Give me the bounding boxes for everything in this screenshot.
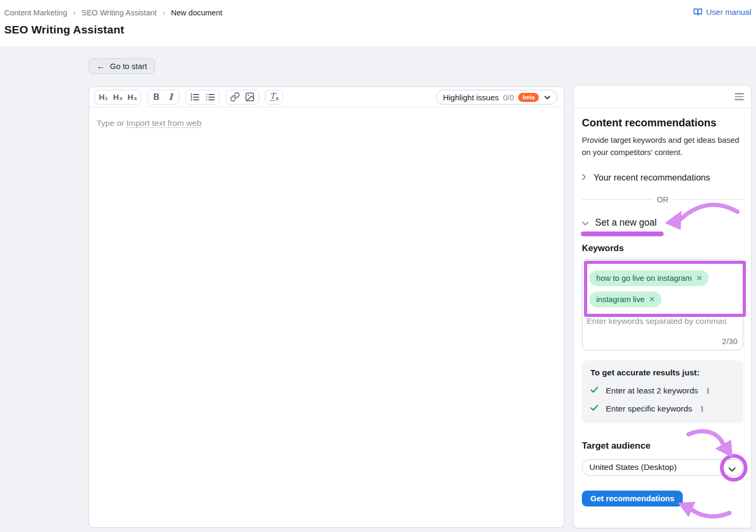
chevron-down-icon[interactable] <box>728 465 736 474</box>
breadcrumb-seo-writing-assistant[interactable]: SEO Writing Assistant <box>81 8 157 17</box>
clear-formatting-button[interactable]: Tx <box>267 91 281 104</box>
user-manual-label: User manual <box>706 7 751 16</box>
recent-recommendations-toggle[interactable]: Your recent recommendations <box>582 173 743 183</box>
breadcrumb-content-marketing[interactable]: Content Marketing <box>4 8 67 17</box>
header: Content Marketing › SEO Writing Assistan… <box>0 0 756 47</box>
tip-text: Enter at least 2 keywords <box>606 386 698 396</box>
keyword-tag-label: how to go live on instagram <box>596 274 692 282</box>
ordered-list-button[interactable] <box>187 91 202 104</box>
heading2-button[interactable]: H₂ <box>111 91 125 104</box>
format-button-group: B I <box>147 90 179 105</box>
tips-box: To get accurate results just: Enter at l… <box>582 361 743 423</box>
keyword-tags: how to go live on instagram × instagram … <box>589 270 709 307</box>
keywords-label: Keywords <box>582 243 743 253</box>
editor-placeholder: Type or <box>97 118 126 127</box>
or-divider: OR <box>582 195 743 204</box>
insert-link-button[interactable] <box>228 91 242 104</box>
seo-writing-assistant-page: Content Marketing › SEO Writing Assistan… <box>0 0 756 532</box>
back-arrow-icon: ← <box>97 62 105 71</box>
keyword-tag-label: instagram live <box>596 295 645 304</box>
tip-text: Enter specific keywords <box>606 404 692 414</box>
content-recommendations-heading: Content recommendations <box>582 117 743 129</box>
highlight-issues-dropdown[interactable]: Highlight issues 0/0 beta <box>436 90 557 105</box>
info-icon[interactable]: i <box>701 405 703 413</box>
breadcrumb: Content Marketing › SEO Writing Assistan… <box>4 8 222 17</box>
heading3-button[interactable]: H₃ <box>125 91 139 104</box>
bullet-list-icon <box>205 92 216 102</box>
user-manual-link[interactable]: User manual <box>693 7 751 16</box>
editor-body[interactable]: Type or Import text from web <box>89 107 564 527</box>
chevron-down-icon <box>582 217 589 228</box>
check-icon <box>590 404 598 414</box>
keywords-counter: 2/30 <box>722 337 737 346</box>
target-audience-value: United States (Desktop) <box>589 462 677 472</box>
heading-button-group: H₁ H₂ H₃ <box>94 90 141 105</box>
breadcrumb-new-document: New document <box>171 8 222 17</box>
beta-badge: beta <box>518 93 539 102</box>
editor-toolbar: H₁ H₂ H₃ B I <box>89 87 564 107</box>
highlight-issues-label: Highlight issues <box>443 93 499 102</box>
italic-button[interactable]: I <box>164 91 177 104</box>
highlight-issues-counter: 0/0 <box>503 93 514 102</box>
tip-item: Enter at least 2 keywords i <box>590 386 735 396</box>
info-icon[interactable]: i <box>707 387 709 395</box>
page-title: SEO Writing Assistant <box>4 23 124 36</box>
tips-title: To get accurate results just: <box>590 368 735 377</box>
heading1-button[interactable]: H₁ <box>97 91 110 104</box>
keyword-tag: instagram live × <box>589 291 662 307</box>
set-new-goal-label: Set a new goal <box>595 217 657 228</box>
insert-image-button[interactable] <box>243 91 257 104</box>
breadcrumb-separator-icon: › <box>162 8 165 17</box>
chevron-down-icon <box>543 92 551 102</box>
target-audience-label: Target audience <box>582 441 743 451</box>
go-to-start-label: Go to start <box>110 62 147 71</box>
bullet-list-button[interactable] <box>203 91 218 104</box>
go-to-start-button[interactable]: ← Go to start <box>89 58 155 74</box>
remove-keyword-icon[interactable]: × <box>697 273 702 282</box>
book-icon <box>693 7 702 16</box>
remove-keyword-icon[interactable]: × <box>649 295 655 304</box>
get-recommendations-button[interactable]: Get recommendations <box>582 491 683 507</box>
tip-item: Enter specific keywords i <box>590 404 735 414</box>
import-text-from-web-link[interactable]: Import text from web <box>126 118 201 128</box>
check-icon <box>590 386 598 396</box>
breadcrumb-separator-icon: › <box>73 8 75 17</box>
ordered-list-icon <box>190 92 200 102</box>
clear-format-button-group: Tx <box>265 90 283 105</box>
sidebar-content: Content recommendations Provide target k… <box>574 108 751 507</box>
keywords-input[interactable]: how to go live on instagram × instagram … <box>582 259 743 350</box>
link-icon <box>230 92 240 102</box>
content-area: ← Go to start H₁ H₂ H₃ B I <box>0 47 756 532</box>
sidebar-topbar <box>574 85 751 108</box>
keywords-placeholder: Enter keywords separated by commas <box>587 316 727 326</box>
chevron-right-icon <box>582 173 586 183</box>
bold-button[interactable]: B <box>149 91 163 104</box>
keyword-tag: how to go live on instagram × <box>589 270 709 286</box>
annotation-underline <box>581 231 664 236</box>
recommendations-description: Provide target keywords and get ideas ba… <box>582 134 743 159</box>
list-button-group <box>185 90 220 105</box>
image-icon <box>245 92 255 102</box>
or-label: OR <box>657 195 668 204</box>
set-new-goal-toggle[interactable]: Set a new goal <box>582 217 743 228</box>
clear-formatting-icon: Tx <box>270 92 279 101</box>
recommendations-sidebar: Content recommendations Provide target k… <box>573 85 752 528</box>
menu-icon[interactable] <box>735 93 744 100</box>
target-audience-select[interactable]: United States (Desktop) <box>582 459 743 476</box>
recent-recommendations-label: Your recent recommendations <box>594 173 710 183</box>
insert-button-group <box>226 90 259 105</box>
editor-panel: H₁ H₂ H₃ B I <box>89 87 564 528</box>
